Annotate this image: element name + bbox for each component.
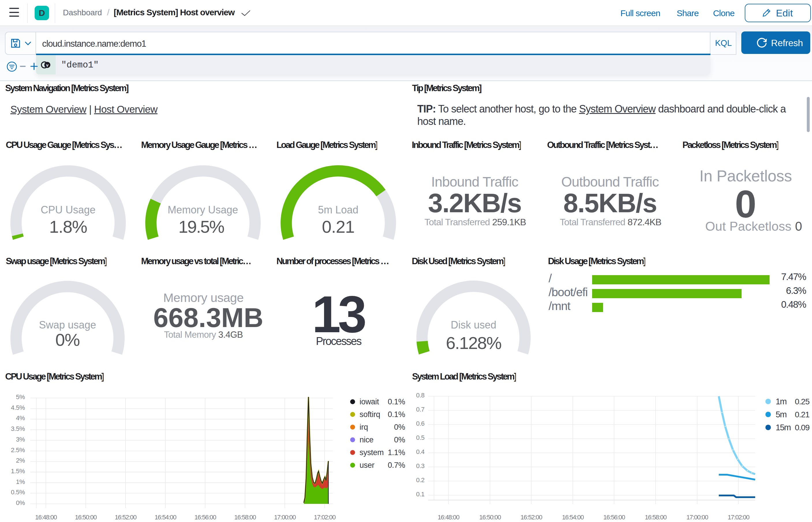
svg-text:0.1: 0.1 <box>416 490 424 498</box>
svg-text:5m: 5m <box>776 410 787 419</box>
svg-text:16:58:00: 16:58:00 <box>234 514 256 521</box>
svg-text:16:48:00: 16:48:00 <box>438 514 460 521</box>
svg-text:0%: 0% <box>16 499 25 506</box>
svg-text:0%: 0% <box>394 423 405 431</box>
svg-text:0.25: 0.25 <box>795 397 810 406</box>
svg-text:0.09: 0.09 <box>795 423 810 432</box>
svg-text:4.5%: 4.5% <box>11 404 25 411</box>
svg-text:0.3: 0.3 <box>416 462 424 469</box>
svg-text:0.6: 0.6 <box>416 420 424 427</box>
svg-text:16:50:00: 16:50:00 <box>479 514 501 521</box>
svg-text:5%: 5% <box>16 394 25 401</box>
svg-text:0.1%: 0.1% <box>388 397 405 406</box>
svg-text:17:02:00: 17:02:00 <box>314 514 336 521</box>
svg-text:15m: 15m <box>776 423 791 432</box>
svg-text:1m: 1m <box>776 397 787 406</box>
svg-text:iowait: iowait <box>359 397 379 406</box>
svg-text:0.5: 0.5 <box>416 434 424 441</box>
svg-text:user: user <box>359 461 375 469</box>
svg-text:0.7: 0.7 <box>416 406 424 413</box>
svg-text:0.2: 0.2 <box>416 477 424 484</box>
svg-text:16:52:00: 16:52:00 <box>115 514 137 521</box>
svg-text:irq: irq <box>359 423 368 431</box>
svg-text:3.5%: 3.5% <box>11 425 25 432</box>
svg-text:softirq: softirq <box>359 410 380 419</box>
svg-text:16:50:00: 16:50:00 <box>75 514 97 521</box>
svg-text:16:52:00: 16:52:00 <box>520 514 542 521</box>
svg-text:17:00:00: 17:00:00 <box>687 514 708 521</box>
svg-text:0.5%: 0.5% <box>11 488 25 496</box>
svg-text:17:02:00: 17:02:00 <box>728 514 750 521</box>
svg-text:3%: 3% <box>16 436 25 443</box>
svg-text:0.21: 0.21 <box>795 410 810 419</box>
svg-text:4%: 4% <box>16 415 25 422</box>
svg-text:2%: 2% <box>16 457 25 464</box>
svg-text:2.5%: 2.5% <box>11 446 25 454</box>
svg-text:16:48:00: 16:48:00 <box>35 514 57 521</box>
svg-text:16:54:00: 16:54:00 <box>562 514 584 521</box>
svg-text:16:54:00: 16:54:00 <box>155 514 177 521</box>
svg-text:16:58:00: 16:58:00 <box>645 514 667 521</box>
svg-text:0%: 0% <box>394 436 405 444</box>
svg-text:17:00:00: 17:00:00 <box>274 514 296 521</box>
svg-text:0.1%: 0.1% <box>388 410 405 419</box>
svg-text:0.8: 0.8 <box>416 392 424 399</box>
svg-text:1.5%: 1.5% <box>11 467 25 475</box>
svg-text:system: system <box>359 448 384 457</box>
svg-text:1.1%: 1.1% <box>388 448 405 457</box>
svg-text:16:56:00: 16:56:00 <box>195 514 216 521</box>
svg-text:0.7%: 0.7% <box>388 461 405 469</box>
svg-text:0.4: 0.4 <box>416 448 424 455</box>
svg-text:1%: 1% <box>16 478 25 485</box>
svg-text:nice: nice <box>359 436 373 444</box>
svg-text:16:56:00: 16:56:00 <box>603 514 625 521</box>
